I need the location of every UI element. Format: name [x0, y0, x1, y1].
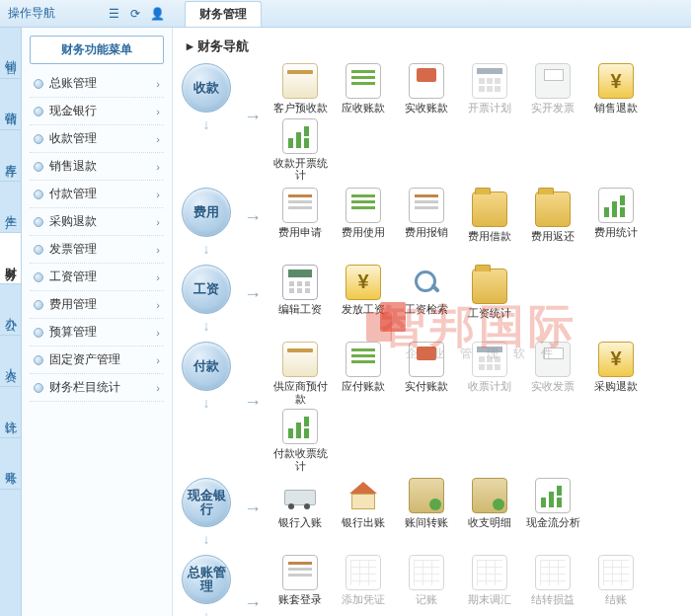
- menu-item-9[interactable]: 预算管理›: [30, 319, 164, 346]
- right-arrow-icon: →: [242, 107, 264, 127]
- refresh-icon[interactable]: ⟳: [127, 6, 143, 22]
- ic-folder-icon: [472, 269, 507, 304]
- nav-item-label: 账间转账: [405, 516, 448, 529]
- section-badge: 费用: [182, 188, 231, 237]
- nav-item[interactable]: 费用借款: [461, 188, 518, 243]
- nav-item[interactable]: ¥发放工资: [335, 265, 392, 320]
- bullet-icon: [34, 300, 43, 310]
- nav-item[interactable]: 工资检索: [398, 265, 455, 320]
- nav-item[interactable]: 收支明细: [461, 478, 518, 529]
- menu-item-2[interactable]: 收款管理›: [30, 125, 164, 153]
- vtab-8[interactable]: 账号: [0, 438, 21, 490]
- nav-item-label: 结账: [605, 593, 627, 606]
- nav-item[interactable]: 实付账款: [398, 342, 455, 405]
- section-badge: 现金银行: [182, 478, 231, 527]
- nav-item[interactable]: 现金流分析: [524, 478, 581, 529]
- nav-item-label: 期末调汇: [468, 593, 511, 606]
- menu-item-11[interactable]: 财务栏目统计›: [30, 374, 164, 402]
- nav-item[interactable]: 费用申请: [271, 188, 329, 243]
- nav-item[interactable]: 开票计划: [461, 63, 518, 115]
- nav-item[interactable]: 现金日记账: [271, 610, 329, 616]
- nav-item[interactable]: 编辑工资: [271, 265, 329, 320]
- section-badge: 付款: [182, 342, 231, 391]
- ic-grid-icon: [472, 555, 507, 590]
- nav-item[interactable]: ¥销售退款: [587, 63, 645, 115]
- nav-item[interactable]: 银行出账: [335, 478, 392, 529]
- ic-calc-icon: [282, 265, 318, 300]
- ic-chart-icon: [282, 409, 318, 444]
- menu-item-8[interactable]: 费用管理›: [30, 291, 164, 319]
- menu-item-3[interactable]: 销售退款›: [30, 153, 164, 181]
- chevron-right-icon: ›: [156, 382, 160, 394]
- nav-item[interactable]: 银行入账: [271, 478, 329, 529]
- vtab-1[interactable]: 营销: [0, 79, 21, 130]
- chevron-right-icon: ›: [156, 327, 160, 339]
- user-icon[interactable]: 👤: [149, 6, 165, 22]
- ic-home-icon: [346, 478, 381, 513]
- menu-item-10[interactable]: 固定资产管理›: [30, 346, 164, 374]
- nav-item-label: 供应商预付款: [271, 380, 329, 405]
- nav-item[interactable]: 账套登录: [271, 555, 329, 606]
- nav-item[interactable]: 客户预收款: [271, 63, 329, 115]
- nav-item-label: 应付账款: [342, 380, 385, 393]
- ic-cal-icon: [472, 63, 507, 99]
- menu-item-7[interactable]: 工资管理›: [30, 264, 164, 291]
- vtab-6[interactable]: 人资: [0, 336, 21, 387]
- bullet-icon: [34, 79, 43, 89]
- vtab-0[interactable]: 销售: [0, 28, 21, 79]
- nav-item-label: 费用使用: [342, 226, 385, 239]
- menu-item-5[interactable]: 采购退款›: [30, 208, 164, 236]
- vtab-5[interactable]: 办公: [0, 284, 21, 336]
- ic-form-icon: [409, 188, 444, 223]
- nav-item[interactable]: 收款开票统计: [271, 118, 329, 182]
- nav-item-label: 现金流分析: [526, 516, 580, 529]
- ic-disc-icon: [346, 610, 381, 616]
- menu-item-4[interactable]: 付款管理›: [30, 181, 164, 208]
- bullet-icon: [34, 355, 43, 365]
- nav-item[interactable]: 银行日记账: [335, 610, 392, 616]
- nav-item[interactable]: 账间转账: [398, 478, 455, 529]
- vtab-3[interactable]: 生产: [0, 182, 21, 233]
- list-icon[interactable]: ☰: [106, 6, 121, 22]
- menu-item-0[interactable]: 总账管理›: [30, 70, 164, 98]
- nav-item[interactable]: 结转损益: [524, 555, 581, 606]
- ic-chart-icon: [535, 478, 571, 513]
- nav-item[interactable]: 期末调汇: [461, 555, 518, 606]
- ic-print-icon: [535, 63, 571, 99]
- right-arrow-icon: →: [242, 284, 264, 305]
- nav-item[interactable]: 实收发票: [524, 342, 581, 405]
- nav-item-label: 费用报销: [405, 226, 448, 239]
- menu-item-1[interactable]: 现金银行›: [30, 98, 164, 125]
- nav-item[interactable]: 实收账款: [398, 63, 455, 115]
- nav-item[interactable]: 结账: [587, 555, 645, 606]
- ic-db-icon: [409, 610, 444, 616]
- nav-item[interactable]: 供应商预付款: [271, 342, 329, 405]
- sidebar-header: 财务功能菜单: [30, 36, 164, 64]
- ic-folder-icon: [535, 192, 571, 227]
- vtab-7[interactable]: 统计: [0, 387, 21, 438]
- bullet-icon: [34, 134, 43, 144]
- bullet-icon: [34, 217, 43, 227]
- down-arrow-icon: ↓: [202, 316, 210, 336]
- nav-item[interactable]: 记账: [398, 555, 455, 606]
- vtab-2[interactable]: 库存: [0, 130, 21, 182]
- nav-item[interactable]: 费用统计: [587, 188, 645, 243]
- nav-item[interactable]: 付款收票统计: [271, 409, 329, 472]
- down-arrow-icon: ↓: [202, 115, 210, 134]
- nav-item[interactable]: 费用返还: [524, 188, 581, 243]
- nav-item-label: 采购退款: [594, 380, 638, 393]
- nav-item[interactable]: 实开发票: [524, 63, 581, 115]
- nav-item[interactable]: 费用报销: [398, 188, 455, 243]
- nav-item-label: 发放工资: [342, 303, 385, 316]
- nav-item[interactable]: ¥采购退款: [587, 342, 645, 405]
- nav-item[interactable]: 总账: [398, 610, 455, 616]
- nav-item[interactable]: 收票计划: [461, 342, 518, 405]
- active-tab[interactable]: 财务管理: [185, 1, 262, 27]
- nav-item[interactable]: 应收账款: [335, 63, 392, 115]
- menu-item-6[interactable]: 发票管理›: [30, 236, 164, 264]
- nav-item[interactable]: 应付账款: [335, 342, 392, 405]
- vtab-4[interactable]: 财务: [0, 233, 21, 284]
- nav-item[interactable]: 工资统计: [461, 265, 518, 320]
- nav-item[interactable]: 费用使用: [335, 188, 392, 243]
- nav-item[interactable]: 添加凭证: [335, 555, 392, 606]
